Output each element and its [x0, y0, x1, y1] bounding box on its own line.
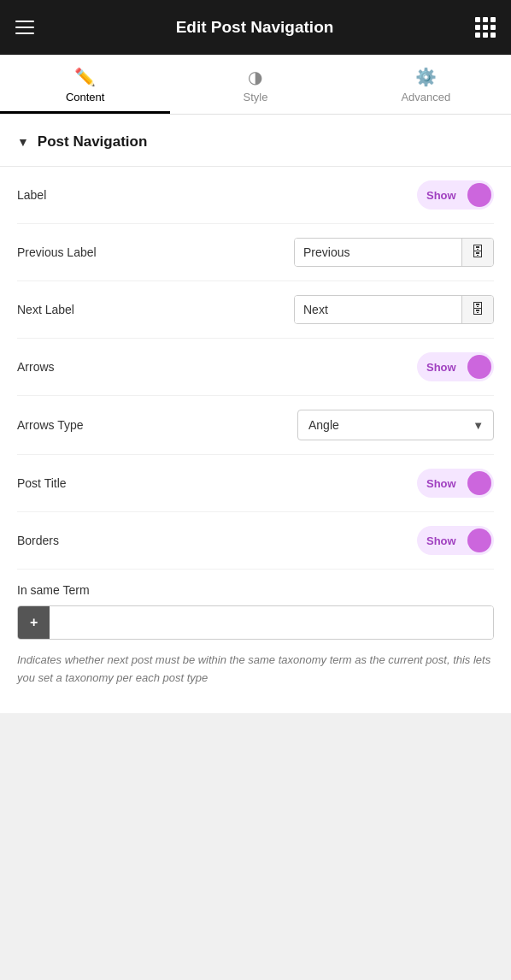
gear-icon: ⚙️	[415, 67, 437, 87]
post-title-toggle-knob	[467, 471, 491, 495]
next-label-db-icon[interactable]: 🗄	[461, 296, 493, 323]
arrows-type-select[interactable]: Angle Arrow None	[297, 410, 494, 440]
hamburger-icon[interactable]	[15, 21, 34, 34]
content-panel: ▼ Post Navigation Label Show Previous La…	[0, 115, 511, 713]
ham-line-2	[15, 27, 34, 28]
help-text: Indicates whether next post must be with…	[17, 652, 494, 688]
tab-style-label: Style	[244, 91, 268, 103]
post-title-row: Post Title Show	[17, 455, 494, 512]
section-arrow-icon: ▼	[17, 135, 29, 149]
borders-row: Borders Show	[17, 512, 494, 570]
arrows-type-field-label: Arrows Type	[17, 418, 84, 432]
label-row: Label Show	[17, 167, 494, 224]
arrows-row: Arrows Show	[17, 339, 494, 396]
page-title: Edit Post Navigation	[176, 18, 334, 37]
post-title-toggle[interactable]: Show	[417, 469, 494, 498]
arrows-toggle-knob	[467, 355, 491, 379]
post-title-field-label: Post Title	[17, 476, 67, 490]
grid-icon[interactable]	[475, 17, 496, 38]
next-label-input[interactable]	[295, 296, 461, 323]
section-header: ▼ Post Navigation	[17, 115, 494, 166]
next-label-input-group: 🗄	[294, 295, 494, 324]
label-toggle-text: Show	[420, 187, 463, 204]
ham-line-3	[15, 32, 34, 34]
previous-label-row: Previous Label 🗄	[17, 224, 494, 281]
previous-label-db-icon[interactable]: 🗄	[461, 239, 493, 266]
tab-content[interactable]: ✏️ Content	[0, 55, 170, 114]
pencil-icon: ✏️	[74, 67, 96, 87]
label-toggle-knob	[467, 183, 491, 207]
tab-content-label: Content	[66, 91, 105, 103]
in-same-term-plus-button[interactable]: +	[18, 606, 50, 639]
next-label-field-label: Next Label	[17, 303, 74, 316]
ham-line-1	[15, 21, 34, 22]
tab-advanced-label: Advanced	[401, 91, 450, 103]
section-title: Post Navigation	[38, 133, 147, 151]
borders-toggle-text: Show	[420, 533, 463, 549]
app-header: Edit Post Navigation	[0, 0, 511, 55]
arrows-toggle-text: Show	[420, 359, 463, 375]
tab-style[interactable]: ◑ Style	[170, 55, 340, 114]
label-toggle[interactable]: Show	[417, 180, 494, 210]
arrows-field-label: Arrows	[17, 360, 55, 374]
borders-toggle-knob	[467, 528, 491, 552]
tab-advanced[interactable]: ⚙️ Advanced	[341, 55, 511, 114]
arrows-type-row: Arrows Type Angle Arrow None ▼	[17, 396, 494, 455]
arrows-toggle[interactable]: Show	[417, 352, 494, 381]
post-title-toggle-text: Show	[420, 475, 463, 492]
previous-label-field-label: Previous Label	[17, 245, 97, 259]
in-same-term-label: In same Term	[17, 570, 494, 605]
borders-field-label: Borders	[17, 534, 59, 547]
previous-label-input-group: 🗄	[294, 238, 494, 267]
in-same-term-input-group: +	[17, 605, 494, 640]
previous-label-input[interactable]	[295, 239, 461, 266]
label-field-label: Label	[17, 188, 46, 202]
next-label-row: Next Label 🗄	[17, 281, 494, 339]
circle-half-icon: ◑	[248, 67, 262, 87]
borders-toggle[interactable]: Show	[417, 526, 494, 555]
tab-bar: ✏️ Content ◑ Style ⚙️ Advanced	[0, 55, 511, 115]
arrows-type-select-wrapper: Angle Arrow None ▼	[297, 410, 494, 440]
in-same-term-input[interactable]	[50, 606, 493, 639]
